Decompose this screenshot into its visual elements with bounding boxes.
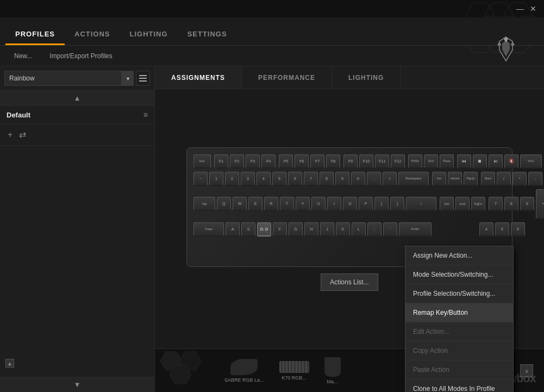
key-1[interactable]: 1	[209, 172, 223, 186]
key-p[interactable]: P	[359, 197, 373, 211]
close-button[interactable]: ✕	[527, 2, 540, 15]
key-semi[interactable]: ;	[367, 222, 382, 237]
key-f3[interactable]: F3	[246, 154, 260, 169]
key-5[interactable]: 5	[272, 172, 286, 186]
add-mode-button[interactable]: +	[7, 128, 14, 141]
key-2[interactable]: 2	[225, 172, 239, 186]
key-q[interactable]: Q	[217, 197, 231, 211]
device-k70[interactable]: K70 RGB...	[275, 359, 314, 383]
key-num8[interactable]: 8	[504, 197, 518, 211]
key-mute[interactable]: 🔇	[504, 154, 518, 169]
context-menu-remap-key[interactable]: Remap Key/Button	[405, 303, 513, 322]
key-media2[interactable]: ⏹	[473, 154, 487, 169]
key-media1[interactable]: ⏮	[457, 154, 471, 169]
key-f2[interactable]: F2	[230, 154, 244, 169]
key-i[interactable]: I	[327, 197, 341, 211]
key-g[interactable]: G	[289, 222, 303, 237]
hamburger-menu-button[interactable]	[136, 71, 150, 86]
key-f8[interactable]: F8	[326, 154, 340, 169]
key-tab[interactable]: Tab	[193, 197, 215, 211]
key-tilde[interactable]: ~	[193, 172, 208, 186]
sidebar-collapse-down-button[interactable]: ▼	[0, 377, 154, 392]
key-s[interactable]: S	[241, 222, 255, 237]
import-export-button[interactable]: Import/Export Profiles	[46, 50, 115, 62]
key-a[interactable]: A	[226, 222, 240, 237]
key-j[interactable]: J	[320, 222, 334, 237]
key-t[interactable]: T	[280, 197, 294, 211]
key-lbracket[interactable]: [	[374, 197, 389, 211]
key-f12[interactable]: F12	[391, 154, 405, 169]
key-esc[interactable]: Esc	[193, 154, 211, 169]
tab-lighting[interactable]: LIGHTING	[120, 24, 178, 45]
key-f1[interactable]: F1	[214, 154, 228, 169]
key-numadd[interactable]: +	[536, 189, 544, 219]
sidebar-collapse-up-button[interactable]: ▲	[0, 91, 154, 106]
key-f7[interactable]: F7	[310, 154, 324, 169]
key-ins[interactable]: Ins	[432, 172, 446, 186]
key-d[interactable]: D. D	[257, 222, 271, 237]
context-menu-clone-to-all[interactable]: Clone to All Modes In Profile	[405, 379, 513, 392]
key-num7[interactable]: 7	[489, 197, 503, 211]
context-menu-assign-new[interactable]: Assign New Action...	[405, 246, 513, 265]
key-scroll[interactable]: Scrl	[424, 154, 438, 169]
key-f6[interactable]: F6	[295, 154, 309, 169]
context-menu-profile-selection[interactable]: Profile Selection/Switching...	[405, 284, 513, 303]
tab-assignments[interactable]: ASSIGNMENTS	[155, 66, 242, 89]
key-0[interactable]: 0	[351, 172, 365, 186]
tab-performance[interactable]: PERFORMANCE	[242, 66, 332, 89]
key-pause[interactable]: Paus	[440, 154, 454, 169]
key-pgdn[interactable]: PgDn	[471, 197, 485, 211]
key-quote[interactable]: '	[383, 222, 397, 237]
key-f9[interactable]: F9	[343, 154, 358, 169]
key-9[interactable]: 9	[335, 172, 349, 186]
key-media3[interactable]: ⏯	[489, 154, 503, 169]
key-vol[interactable]: VOL	[520, 154, 542, 169]
tab-profiles[interactable]: PROFILES	[5, 24, 65, 45]
key-f5[interactable]: F5	[279, 154, 293, 169]
key-f11[interactable]: F11	[375, 154, 389, 169]
key-3[interactable]: 3	[241, 172, 255, 186]
context-menu-mode-selection[interactable]: Mode Selection/Switching...	[405, 265, 513, 284]
key-k[interactable]: K	[336, 222, 350, 237]
device-sabre[interactable]: SABRE RGB La...	[220, 357, 268, 385]
key-prtsc[interactable]: PrtSc	[408, 154, 422, 169]
duplicate-mode-button[interactable]: ⇄	[18, 128, 27, 141]
key-nummul[interactable]: *	[512, 172, 527, 186]
key-equals[interactable]: =	[383, 172, 397, 186]
key-numsub[interactable]: -	[528, 172, 542, 186]
key-8[interactable]: 8	[320, 172, 334, 186]
tab-settings[interactable]: SETTINGS	[178, 24, 237, 45]
key-numdiv[interactable]: /	[497, 172, 511, 186]
key-rbracket[interactable]: ]	[390, 197, 404, 211]
key-num6[interactable]: 6	[511, 222, 525, 237]
key-pgup[interactable]: PgUp	[464, 172, 478, 186]
key-e[interactable]: E	[248, 197, 262, 211]
key-l[interactable]: L	[352, 222, 366, 237]
key-4[interactable]: 4	[257, 172, 271, 186]
device-ma[interactable]: Ma...	[320, 355, 345, 387]
key-num5[interactable]: 5	[495, 222, 509, 237]
key-f10[interactable]: F10	[359, 154, 373, 169]
tab-content-lighting[interactable]: LIGHTING	[332, 66, 401, 89]
key-num4[interactable]: 4	[479, 222, 493, 237]
scroll-up-indicator[interactable]: ▲	[5, 359, 14, 368]
key-backspace[interactable]: Backspace	[398, 172, 429, 186]
key-numlock[interactable]: Num	[481, 172, 495, 186]
key-backslash[interactable]: \	[406, 197, 436, 211]
key-f4[interactable]: F4	[261, 154, 276, 169]
key-enter[interactable]: Enter	[399, 222, 432, 237]
key-h[interactable]: H	[304, 222, 318, 237]
mode-menu-button[interactable]: ≡	[143, 110, 148, 119]
profile-select[interactable]: Rainbow	[4, 71, 122, 86]
key-num9[interactable]: 9	[520, 197, 534, 211]
key-home[interactable]: Home	[448, 172, 462, 186]
actions-list-button[interactable]: Actions List...	[321, 273, 378, 291]
key-capslock[interactable]: Caps	[193, 222, 224, 237]
key-minus[interactable]: -	[367, 172, 381, 186]
key-end[interactable]: End	[455, 197, 470, 211]
key-7[interactable]: 7	[304, 172, 318, 186]
key-o[interactable]: O	[343, 197, 357, 211]
tab-actions[interactable]: ACTIONS	[65, 24, 120, 45]
key-del[interactable]: Del	[440, 197, 454, 211]
dropdown-arrow-icon[interactable]: ▾	[122, 71, 134, 86]
